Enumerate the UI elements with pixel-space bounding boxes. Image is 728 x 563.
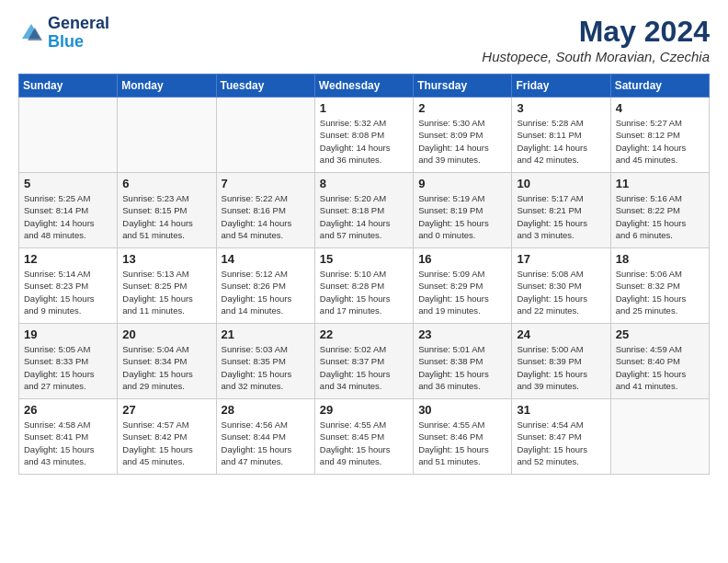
day-number: 21	[222, 327, 310, 341]
day-info: Sunrise: 5:32 AM Sunset: 8:08 PM Dayligh…	[320, 117, 408, 166]
day-number: 3	[517, 101, 605, 115]
day-number: 5	[24, 177, 112, 190]
day-number: 31	[517, 403, 605, 417]
day-info: Sunrise: 5:00 AM Sunset: 8:39 PM Dayligh…	[517, 343, 605, 392]
month-title: May 2024	[482, 15, 710, 49]
calendar-cell	[19, 98, 118, 173]
day-info: Sunrise: 5:19 AM Sunset: 8:19 PM Dayligh…	[418, 192, 506, 241]
day-info: Sunrise: 5:03 AM Sunset: 8:35 PM Dayligh…	[222, 343, 310, 392]
calendar-cell: 1Sunrise: 5:32 AM Sunset: 8:08 PM Daylig…	[314, 98, 413, 173]
calendar-cell: 28Sunrise: 4:56 AM Sunset: 8:44 PM Dayli…	[216, 399, 314, 475]
day-number: 4	[616, 101, 704, 115]
day-info: Sunrise: 5:30 AM Sunset: 8:09 PM Dayligh…	[418, 117, 506, 166]
calendar-cell	[610, 399, 709, 475]
calendar-cell: 25Sunrise: 4:59 AM Sunset: 8:40 PM Dayli…	[610, 324, 709, 399]
day-info: Sunrise: 5:13 AM Sunset: 8:25 PM Dayligh…	[122, 268, 210, 316]
calendar-cell: 29Sunrise: 4:55 AM Sunset: 8:45 PM Dayli…	[314, 399, 413, 475]
calendar-cell: 17Sunrise: 5:08 AM Sunset: 8:30 PM Dayli…	[512, 248, 610, 324]
weekday-saturday: Saturday	[610, 75, 709, 98]
calendar-cell: 4Sunrise: 5:27 AM Sunset: 8:12 PM Daylig…	[610, 98, 709, 173]
calendar-cell: 6Sunrise: 5:23 AM Sunset: 8:15 PM Daylig…	[118, 173, 216, 248]
calendar-table: SundayMondayTuesdayWednesdayThursdayFrid…	[18, 74, 710, 475]
calendar-cell: 5Sunrise: 5:25 AM Sunset: 8:14 PM Daylig…	[19, 173, 118, 248]
calendar-cell: 19Sunrise: 5:05 AM Sunset: 8:33 PM Dayli…	[19, 324, 118, 399]
calendar-cell: 10Sunrise: 5:17 AM Sunset: 8:21 PM Dayli…	[512, 173, 610, 248]
weekday-tuesday: Tuesday	[216, 75, 314, 98]
day-number: 13	[122, 252, 210, 266]
calendar-cell: 23Sunrise: 5:01 AM Sunset: 8:38 PM Dayli…	[414, 324, 512, 399]
location: Hustopece, South Moravian, Czechia	[482, 49, 710, 64]
week-row-3: 12Sunrise: 5:14 AM Sunset: 8:23 PM Dayli…	[19, 248, 710, 324]
calendar-cell: 14Sunrise: 5:12 AM Sunset: 8:26 PM Dayli…	[216, 248, 314, 324]
day-info: Sunrise: 5:09 AM Sunset: 8:29 PM Dayligh…	[418, 268, 506, 316]
day-info: Sunrise: 5:17 AM Sunset: 8:21 PM Dayligh…	[517, 192, 605, 241]
day-info: Sunrise: 5:14 AM Sunset: 8:23 PM Dayligh…	[24, 268, 112, 316]
day-number: 23	[418, 327, 506, 341]
day-number: 30	[418, 403, 506, 417]
day-number: 17	[517, 252, 605, 266]
day-number: 12	[24, 252, 112, 266]
day-info: Sunrise: 5:12 AM Sunset: 8:26 PM Dayligh…	[222, 268, 310, 316]
day-info: Sunrise: 5:06 AM Sunset: 8:32 PM Dayligh…	[616, 268, 704, 316]
day-info: Sunrise: 5:01 AM Sunset: 8:38 PM Dayligh…	[418, 343, 506, 392]
calendar-cell: 24Sunrise: 5:00 AM Sunset: 8:39 PM Dayli…	[512, 324, 610, 399]
day-number: 7	[222, 177, 310, 190]
calendar-cell	[118, 98, 216, 173]
day-number: 15	[320, 252, 408, 266]
calendar-cell: 31Sunrise: 4:54 AM Sunset: 8:47 PM Dayli…	[512, 399, 610, 475]
day-number: 25	[616, 327, 704, 341]
calendar-cell: 15Sunrise: 5:10 AM Sunset: 8:28 PM Dayli…	[314, 248, 413, 324]
calendar-cell: 16Sunrise: 5:09 AM Sunset: 8:29 PM Dayli…	[414, 248, 512, 324]
page-header: General Blue May 2024 Hustopece, South M…	[18, 15, 710, 64]
day-number: 24	[517, 327, 605, 341]
calendar-cell: 20Sunrise: 5:04 AM Sunset: 8:34 PM Dayli…	[118, 324, 216, 399]
day-info: Sunrise: 5:16 AM Sunset: 8:22 PM Dayligh…	[616, 192, 704, 241]
day-number: 26	[24, 403, 112, 417]
day-number: 28	[222, 403, 310, 417]
week-row-2: 5Sunrise: 5:25 AM Sunset: 8:14 PM Daylig…	[19, 173, 710, 248]
calendar-cell: 11Sunrise: 5:16 AM Sunset: 8:22 PM Dayli…	[610, 173, 709, 248]
calendar-cell: 2Sunrise: 5:30 AM Sunset: 8:09 PM Daylig…	[414, 98, 512, 173]
day-info: Sunrise: 4:57 AM Sunset: 8:42 PM Dayligh…	[122, 419, 210, 467]
day-number: 6	[122, 177, 210, 190]
calendar-cell: 7Sunrise: 5:22 AM Sunset: 8:16 PM Daylig…	[216, 173, 314, 248]
day-info: Sunrise: 4:55 AM Sunset: 8:45 PM Dayligh…	[320, 419, 408, 467]
day-number: 9	[418, 177, 506, 190]
day-info: Sunrise: 5:27 AM Sunset: 8:12 PM Dayligh…	[616, 117, 704, 166]
weekday-sunday: Sunday	[19, 75, 118, 98]
title-block: May 2024 Hustopece, South Moravian, Czec…	[482, 15, 710, 64]
calendar-cell: 3Sunrise: 5:28 AM Sunset: 8:11 PM Daylig…	[512, 98, 610, 173]
week-row-4: 19Sunrise: 5:05 AM Sunset: 8:33 PM Dayli…	[19, 324, 710, 399]
day-number: 11	[616, 177, 704, 190]
day-info: Sunrise: 4:55 AM Sunset: 8:46 PM Dayligh…	[418, 419, 506, 467]
day-info: Sunrise: 4:56 AM Sunset: 8:44 PM Dayligh…	[222, 419, 310, 467]
day-info: Sunrise: 5:22 AM Sunset: 8:16 PM Dayligh…	[222, 192, 310, 241]
day-number: 27	[122, 403, 210, 417]
day-number: 2	[418, 101, 506, 115]
day-info: Sunrise: 5:10 AM Sunset: 8:28 PM Dayligh…	[320, 268, 408, 316]
day-number: 14	[222, 252, 310, 266]
calendar-cell: 13Sunrise: 5:13 AM Sunset: 8:25 PM Dayli…	[118, 248, 216, 324]
day-number: 20	[122, 327, 210, 341]
day-info: Sunrise: 4:59 AM Sunset: 8:40 PM Dayligh…	[616, 343, 704, 392]
calendar-cell: 8Sunrise: 5:20 AM Sunset: 8:18 PM Daylig…	[314, 173, 413, 248]
day-number: 8	[320, 177, 408, 190]
day-number: 10	[517, 177, 605, 190]
day-number: 29	[320, 403, 408, 417]
day-info: Sunrise: 5:05 AM Sunset: 8:33 PM Dayligh…	[24, 343, 112, 392]
calendar-cell: 18Sunrise: 5:06 AM Sunset: 8:32 PM Dayli…	[610, 248, 709, 324]
calendar-cell: 21Sunrise: 5:03 AM Sunset: 8:35 PM Dayli…	[216, 324, 314, 399]
logo-icon	[18, 20, 44, 46]
calendar-cell	[216, 98, 314, 173]
weekday-monday: Monday	[118, 75, 216, 98]
day-info: Sunrise: 5:28 AM Sunset: 8:11 PM Dayligh…	[517, 117, 605, 166]
calendar-cell: 12Sunrise: 5:14 AM Sunset: 8:23 PM Dayli…	[19, 248, 118, 324]
calendar-cell: 22Sunrise: 5:02 AM Sunset: 8:37 PM Dayli…	[314, 324, 413, 399]
day-info: Sunrise: 5:08 AM Sunset: 8:30 PM Dayligh…	[517, 268, 605, 316]
day-info: Sunrise: 5:25 AM Sunset: 8:14 PM Dayligh…	[24, 192, 112, 241]
day-number: 16	[418, 252, 506, 266]
calendar-cell: 30Sunrise: 4:55 AM Sunset: 8:46 PM Dayli…	[414, 399, 512, 475]
day-number: 22	[320, 327, 408, 341]
weekday-thursday: Thursday	[414, 75, 512, 98]
day-info: Sunrise: 4:58 AM Sunset: 8:41 PM Dayligh…	[24, 419, 112, 467]
